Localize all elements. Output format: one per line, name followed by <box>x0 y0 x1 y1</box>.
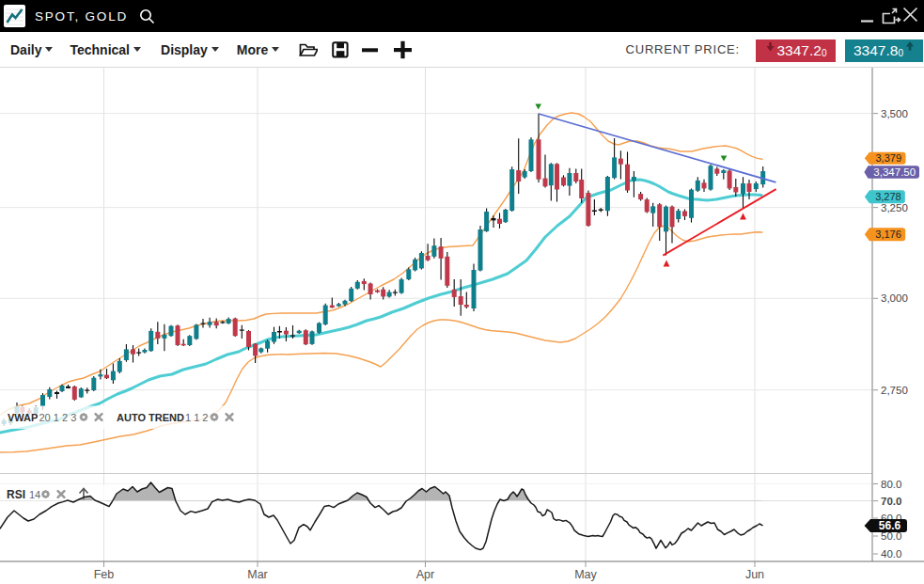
svg-text:Apr: Apr <box>416 568 434 581</box>
svg-text:3,250: 3,250 <box>881 202 908 213</box>
svg-text:AUTO TREND: AUTO TREND <box>117 412 184 423</box>
svg-text:3,347.50: 3,347.50 <box>873 166 916 178</box>
svg-text:Jun: Jun <box>745 568 764 581</box>
svg-text:3,500: 3,500 <box>881 108 908 119</box>
svg-text:20 1 2 3: 20 1 2 3 <box>39 412 77 423</box>
svg-text:3,379: 3,379 <box>875 152 901 164</box>
svg-text:80.0: 80.0 <box>881 479 901 490</box>
svg-text:56.6: 56.6 <box>879 519 901 532</box>
svg-text:3,176: 3,176 <box>875 229 901 240</box>
svg-text:14: 14 <box>29 489 40 500</box>
svg-text:Feb: Feb <box>94 568 115 581</box>
svg-text:2,750: 2,750 <box>881 385 908 396</box>
svg-text:40.0: 40.0 <box>881 548 901 560</box>
svg-text:1 1 2: 1 1 2 <box>185 412 208 423</box>
svg-text:70.0: 70.0 <box>881 496 901 507</box>
svg-text:VWAP: VWAP <box>8 412 38 423</box>
svg-text:3,000: 3,000 <box>881 292 908 304</box>
svg-text:Mar: Mar <box>247 568 268 581</box>
svg-text:May: May <box>574 568 597 581</box>
svg-text:3,278: 3,278 <box>875 191 901 202</box>
svg-text:RSI: RSI <box>7 488 25 501</box>
